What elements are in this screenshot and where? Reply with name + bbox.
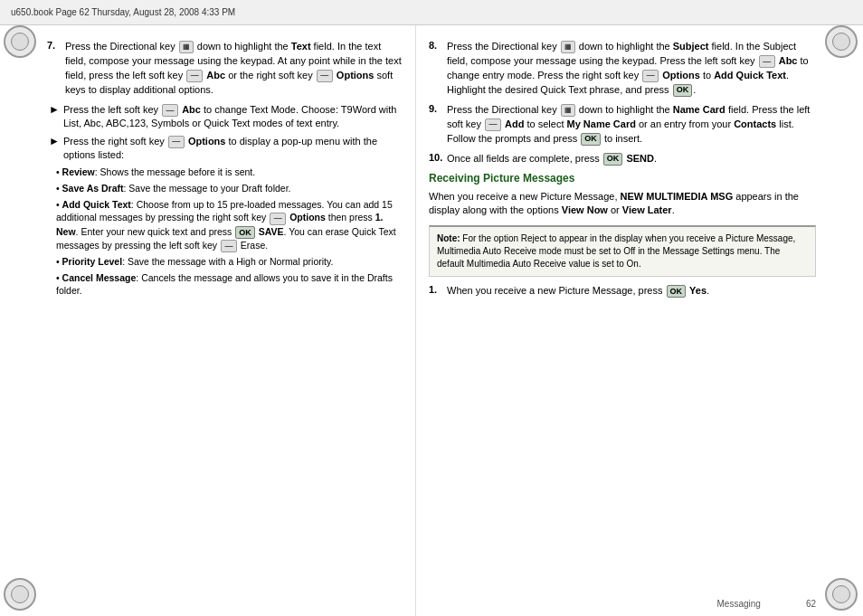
page-section-label: Messaging xyxy=(717,599,761,609)
step-9-number: 9. xyxy=(429,103,447,147)
bullet-arrow-2: ► xyxy=(49,135,60,147)
page-number: 62 xyxy=(806,599,816,609)
dir-key-step9: ▦ xyxy=(561,104,575,117)
step-8: 8. Press the Directional key ▦ down to h… xyxy=(429,40,816,98)
ok-key-step10: OK xyxy=(603,153,623,166)
note-text: For the option Reject to appear in the d… xyxy=(437,233,795,269)
right-soft-key-3: — xyxy=(270,213,286,225)
dir-key-step8: ▦ xyxy=(561,41,575,53)
step-10-text: Once all fields are complete, press OK S… xyxy=(447,152,816,166)
sub-bullet-addquick-text: • Add Quick Text: Choose from up to 15 p… xyxy=(56,199,396,251)
left-soft-key-3: — xyxy=(221,240,237,252)
options-label: Options xyxy=(337,70,375,81)
step-8-number: 8. xyxy=(429,40,447,98)
step-7-text: Press the Directional key ▦ down to high… xyxy=(65,40,403,98)
sub-bullet-save-text: • Save As Draft: Save the message to you… xyxy=(56,183,291,194)
step-8-text: Press the Directional key ▦ down to high… xyxy=(447,40,816,98)
receiving-text: When you receive a new Picture Message, … xyxy=(429,190,816,219)
top-bar: u650.book Page 62 Thursday, August 28, 2… xyxy=(0,0,863,25)
right-column: 8. Press the Directional key ▦ down to h… xyxy=(416,25,863,616)
step-receive-1: 1. When you receive a new Picture Messag… xyxy=(429,284,816,299)
left-key-step8: — xyxy=(759,55,775,68)
step-receive-1-text: When you receive a new Picture Message, … xyxy=(447,284,816,299)
page-container: u650.book Page 62 Thursday, August 28, 2… xyxy=(0,0,863,616)
sub-bullet-cancel: • Cancel Message: Cancels the message an… xyxy=(47,271,403,298)
sub-bullet-cancel-text: • Cancel Message: Cancels the message an… xyxy=(56,272,393,297)
directional-key-icon: ▦ xyxy=(179,41,194,53)
ok-key-receive: OK xyxy=(667,285,687,298)
left-soft-key-icon: — xyxy=(186,70,203,82)
bullet-2: ► Press the right soft key — Options to … xyxy=(47,135,403,163)
bullet-1-text: Press the left soft key — Abc to change … xyxy=(63,103,403,131)
bullet-arrow-1: ► xyxy=(49,103,60,116)
left-soft-key-2: — xyxy=(162,104,178,117)
sub-bullet-save: • Save As Draft: Save the message to you… xyxy=(47,182,403,195)
sub-bullet-addquick: • Add Quick Text: Choose from up to 15 p… xyxy=(47,198,403,252)
step-10-number: 10. xyxy=(429,152,447,166)
note-label: Note: xyxy=(437,233,460,243)
receiving-section-header: Receiving Picture Messages xyxy=(429,172,816,185)
step-receive-1-number: 1. xyxy=(429,284,447,299)
step-9: 9. Press the Directional key ▦ down to h… xyxy=(429,103,816,147)
left-column: 7. Press the Directional key ▦ down to h… xyxy=(0,25,416,616)
bullet-2-text: Press the right soft key — Options to di… xyxy=(63,135,403,163)
top-bar-text: u650.book Page 62 Thursday, August 28, 2… xyxy=(11,7,235,17)
right-soft-key-2: — xyxy=(168,136,185,148)
left-key-step9: — xyxy=(485,118,501,131)
right-soft-key-icon: — xyxy=(317,70,333,82)
step-7: 7. Press the Directional key ▦ down to h… xyxy=(47,40,403,98)
step-7-number: 7. xyxy=(47,40,65,98)
sub-bullet-review-text: • Review: Shows the message before it is… xyxy=(56,166,255,177)
ok-key-save: OK xyxy=(235,226,255,239)
abc-label: Abc xyxy=(206,70,225,81)
note-box: Note: For the option Reject to appear in… xyxy=(429,225,816,277)
step-9-text: Press the Directional key ▦ down to high… xyxy=(447,103,816,147)
sub-bullet-priority: • Priority Level: Save the message with … xyxy=(47,255,403,269)
sub-bullet-priority-text: • Priority Level: Save the message with … xyxy=(56,256,333,267)
ok-key-step8: OK xyxy=(673,84,693,97)
ok-key-step9: OK xyxy=(581,133,601,146)
sub-bullet-review: • Review: Shows the message before it is… xyxy=(47,166,403,179)
bullet-1: ► Press the left soft key — Abc to chang… xyxy=(47,103,403,131)
page-number-area: Messaging 62 xyxy=(717,599,817,609)
right-key-step8: — xyxy=(642,70,659,82)
text-field-label: Text xyxy=(291,41,311,52)
main-content: 7. Press the Directional key ▦ down to h… xyxy=(0,25,863,616)
step-10: 10. Once all fields are complete, press … xyxy=(429,152,816,166)
